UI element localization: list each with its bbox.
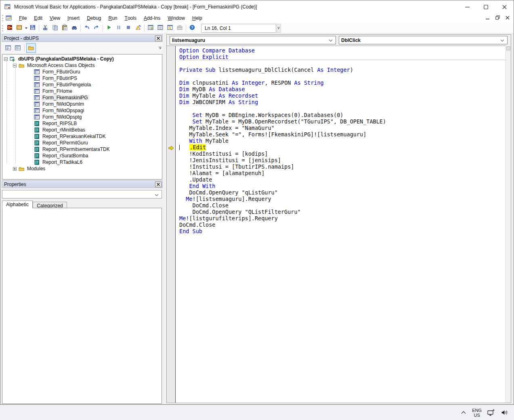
mdi-close-icon <box>506 16 510 20</box>
tree-item-modules[interactable]: Modules <box>2 165 162 172</box>
report-icon <box>34 127 40 133</box>
tree-item-form-fhome[interactable]: Form_FHome <box>2 88 162 94</box>
form-icon <box>34 101 40 107</box>
tree-item-report-rminitbebas[interactable]: Report_rMinitBebas <box>2 127 162 133</box>
object-dropdown[interactable]: listsemuaguru <box>170 36 336 44</box>
reset-button[interactable] <box>124 24 133 33</box>
tree-item-label: Modules <box>26 166 46 171</box>
design-mode-button[interactable] <box>133 24 143 33</box>
tree-expander-minus[interactable] <box>13 64 17 67</box>
properties-panel-close-button[interactable] <box>155 182 162 187</box>
menubar: FileEditViewInsertDebugRunToolsAdd-InsWi… <box>0 13 514 23</box>
menu-item-add-ins[interactable]: Add-Ins <box>140 13 164 23</box>
system-tray: ENG US <box>461 408 514 418</box>
toolbar-drag-handle[interactable] <box>2 25 3 31</box>
menu-item-window[interactable]: Window <box>164 13 189 23</box>
access-button[interactable] <box>5 24 15 33</box>
mdi-restore-button[interactable] <box>495 15 500 21</box>
project-toolbar-overflow[interactable] <box>159 47 162 49</box>
scrollbar-thumb[interactable] <box>506 46 510 50</box>
undo-button[interactable] <box>82 24 92 33</box>
mdi-close-button[interactable] <box>506 15 510 21</box>
mdi-minimize-button[interactable] <box>486 15 490 21</box>
help-button[interactable]: ? <box>187 24 197 33</box>
tree-item-report-rsuratbomba[interactable]: Report_rSuratBomba <box>2 153 162 159</box>
tray-hidden-icons-button[interactable] <box>461 410 466 415</box>
tree-expander-plus[interactable] <box>13 167 17 171</box>
menu-item-file[interactable]: File <box>15 13 30 23</box>
folder-icon <box>19 166 25 172</box>
tab-alphabetic[interactable]: Alphabetic <box>2 201 33 208</box>
tree-item-form-fbutirips[interactable]: Form_FButirIPS <box>2 75 162 81</box>
menu-item-tools[interactable]: Tools <box>121 13 140 23</box>
find-button[interactable] <box>69 24 79 33</box>
project-tree[interactable]: dbUPS (PangkalanDataIPSMelaka - Copy)Mic… <box>2 54 162 180</box>
tree-item-report-rperakuankekaltdk[interactable]: Report_RPerakuanKekalTDK <box>2 133 162 140</box>
menu-item-view[interactable]: View <box>46 13 64 23</box>
tree-item-form-fwktopspagi[interactable]: Form_fWktOpspagi <box>2 107 162 114</box>
minimize-icon <box>465 5 470 9</box>
paste-button[interactable] <box>60 24 69 33</box>
tree-item-form-fbutirguru[interactable]: Form_FButirGuru <box>2 69 162 75</box>
tab-categorized[interactable]: Categorized <box>33 202 67 208</box>
code-line-4: Private Sub listsemuaguru_DblClick(Cance… <box>179 67 506 73</box>
menu-item-edit[interactable]: Edit <box>30 13 46 23</box>
vertical-scrollbar[interactable] <box>506 46 511 403</box>
view-object-button[interactable] <box>13 43 23 53</box>
language-line1: ENG <box>472 408 482 413</box>
properties-list[interactable] <box>2 208 162 404</box>
tree-item-microsoft-access-class-objects[interactable]: Microsoft Access Class Objects <box>2 62 162 69</box>
maximize-button[interactable] <box>476 0 495 13</box>
tree-item-form-fkemaskinipg[interactable]: Form_FkemaskiniPG <box>2 94 162 101</box>
code-line-13: MyTable.Index = "NamaGuru" <box>179 125 506 131</box>
tree-item-report-rtadikal6[interactable]: Report_RTadikaL6 <box>2 159 162 165</box>
toolbox-button[interactable] <box>175 24 185 33</box>
code-line-7: Dim MyDB As Database <box>179 86 506 92</box>
code-line-23: DoCmd.OpenQuery "qListGuru" <box>179 189 506 196</box>
save-button[interactable] <box>28 24 38 33</box>
tree-item-dbups-pangkalandataipsmelaka-copy-[interactable]: dbUPS (PangkalanDataIPSMelaka - Copy) <box>2 56 162 62</box>
tree-item-report-rpermitguru[interactable]: Report_RPermitGuru <box>2 140 162 146</box>
event-dropdown[interactable]: DblClick <box>339 36 508 44</box>
insert-object-dropdown-button[interactable] <box>24 24 28 33</box>
toggle-folders-button[interactable] <box>26 43 36 53</box>
copy-button[interactable] <box>50 24 60 33</box>
chevron-down-icon <box>329 38 333 43</box>
tree-item-report-ripslb[interactable]: Report_RIPSLB <box>2 120 162 127</box>
tree-expander-minus[interactable] <box>4 57 8 61</box>
tree-item-label: Microsoft Access Class Objects <box>26 63 96 68</box>
run-button[interactable] <box>104 24 114 33</box>
cut-button[interactable] <box>40 24 50 33</box>
code-editor[interactable]: Option Compare DatabaseOption ExplicitPr… <box>167 46 506 403</box>
menu-item-run[interactable]: Run <box>105 13 121 23</box>
toolbar-options-button[interactable] <box>276 24 281 33</box>
titlebar: Microsoft Visual Basic for Applications … <box>0 0 514 13</box>
break-button[interactable] <box>114 24 124 33</box>
find-icon <box>71 24 78 32</box>
menu-item-insert[interactable]: Insert <box>64 13 83 23</box>
redo-button[interactable] <box>92 24 101 33</box>
tree-item-form-fbutirpengelola[interactable]: Form_FButirPengelola <box>2 81 162 88</box>
object-browser-button[interactable] <box>165 24 175 33</box>
menu-item-debug[interactable]: Debug <box>83 13 105 23</box>
tree-item-label: Form_FHome <box>41 88 73 94</box>
code-window-icon <box>6 15 12 21</box>
tree-item-report-rpermitsementaratdk[interactable]: Report_RPermitsementaraTDK <box>2 146 162 153</box>
minimize-button[interactable] <box>458 0 476 13</box>
language-line2: US <box>474 413 480 418</box>
insert-object-button[interactable] <box>15 24 24 33</box>
menu-item-help[interactable]: Help <box>189 13 206 23</box>
tree-item-form-fwktopsmlm[interactable]: Form_fWktOpsmlm <box>2 101 162 107</box>
properties-object-dropdown[interactable] <box>2 190 162 199</box>
view-code-button[interactable] <box>3 43 13 53</box>
tree-item-label: Report_RIPSLB <box>41 121 78 126</box>
menubar-drag-handle[interactable] <box>2 15 3 21</box>
language-indicator[interactable]: ENG US <box>472 408 482 418</box>
project-panel-close-button[interactable] <box>155 36 162 41</box>
close-button[interactable] <box>495 0 514 13</box>
properties-window-button[interactable] <box>155 24 165 33</box>
network-icon[interactable] <box>487 409 495 416</box>
volume-icon[interactable] <box>501 410 508 416</box>
project-explorer-button[interactable] <box>146 24 155 33</box>
tree-item-form-fwktopsptg[interactable]: Form_fWktOpsptg <box>2 114 162 120</box>
